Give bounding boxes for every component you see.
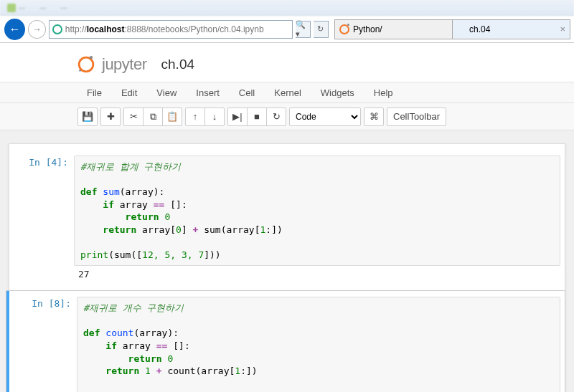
jupyter-page: jupyter ch.04 File Edit View Insert Cell… bbox=[0, 43, 574, 392]
add-cell-button[interactable]: ✚ bbox=[100, 107, 121, 126]
menu-file[interactable]: File bbox=[77, 83, 111, 102]
interrupt-button[interactable]: ■ bbox=[247, 107, 267, 126]
close-icon[interactable]: × bbox=[560, 24, 565, 34]
jupyter-header: jupyter ch.04 bbox=[0, 43, 574, 82]
command-palette-button[interactable]: ⌘ bbox=[364, 107, 384, 126]
os-titlebar: ··· ··· ··· bbox=[0, 0, 574, 16]
celltype-select[interactable]: Code bbox=[289, 107, 361, 126]
menu-insert[interactable]: Insert bbox=[187, 83, 229, 102]
jupyter-icon bbox=[76, 54, 96, 75]
notebook-container: In [4]: #재귀로 합계 구현하기 def sum(array): if … bbox=[9, 143, 565, 392]
tab-label: Python/ bbox=[353, 24, 382, 34]
menu-edit[interactable]: Edit bbox=[112, 83, 146, 102]
copy-button[interactable]: ⧉ bbox=[143, 107, 163, 126]
move-up-button[interactable]: ↑ bbox=[185, 107, 205, 126]
menu-help[interactable]: Help bbox=[364, 83, 403, 102]
cell-body: #재귀로 합계 구현하기 def sum(array): if array ==… bbox=[74, 151, 560, 290]
ie-icon bbox=[457, 25, 466, 34]
forward-button[interactable]: → bbox=[28, 20, 46, 39]
run-button[interactable]: ▶| bbox=[227, 107, 248, 126]
menu-kernel[interactable]: Kernel bbox=[265, 83, 311, 102]
notebook-area: In [4]: #재귀로 합계 구현하기 def sum(array): if … bbox=[0, 130, 574, 392]
toolbar: 💾 ✚ ✂ ⧉ 📋 ↑ ↓ ▶| ■ ↻ Code ⌘ CellToolbar bbox=[0, 103, 574, 130]
svg-point-0 bbox=[79, 57, 93, 72]
tab-label: ch.04 bbox=[469, 24, 490, 34]
browser-tabs: Python/ ch.04 × bbox=[334, 19, 570, 39]
tab-python-dir[interactable]: Python/ bbox=[334, 19, 453, 39]
paste-button[interactable]: 📋 bbox=[162, 107, 182, 126]
svg-point-2 bbox=[79, 70, 81, 72]
restart-button[interactable]: ↻ bbox=[266, 107, 286, 126]
cut-button[interactable]: ✂ bbox=[123, 107, 144, 126]
menubar: File Edit View Insert Cell Kernel Widget… bbox=[0, 82, 574, 103]
refresh-button[interactable]: ↻ bbox=[314, 21, 329, 38]
address-bar[interactable]: http://localhost:8888/notebooks/Python/c… bbox=[49, 20, 293, 39]
tab-ch04[interactable]: ch.04 × bbox=[452, 19, 570, 39]
code-cell[interactable]: In [8]: #재귀로 개수 구현하기 def count(array): i… bbox=[6, 291, 565, 392]
save-button[interactable]: 💾 bbox=[77, 107, 98, 126]
back-button[interactable]: ← bbox=[4, 19, 25, 40]
browser-toolbar: ← → http://localhost:8888/notebooks/Pyth… bbox=[0, 16, 574, 43]
output-area: 27 bbox=[74, 266, 560, 285]
code-cell[interactable]: In [4]: #재귀로 합계 구현하기 def sum(array): if … bbox=[9, 150, 565, 291]
code-input[interactable]: #재귀로 개수 구현하기 def count(array): if array … bbox=[77, 297, 560, 392]
notebook-name[interactable]: ch.04 bbox=[161, 57, 194, 72]
cell-body: #재귀로 개수 구현하기 def count(array): if array … bbox=[77, 292, 560, 392]
input-prompt: In [4]: bbox=[9, 151, 74, 290]
url-text: http://localhost:8888/notebooks/Python/c… bbox=[65, 24, 264, 34]
jupyter-icon bbox=[339, 24, 349, 34]
input-prompt: In [8]: bbox=[12, 292, 77, 392]
menu-cell[interactable]: Cell bbox=[230, 83, 264, 102]
ie-icon bbox=[52, 24, 62, 34]
logo-text: jupyter bbox=[102, 55, 147, 74]
menu-view[interactable]: View bbox=[147, 83, 186, 102]
svg-point-1 bbox=[90, 56, 93, 59]
celltoolbar-button[interactable]: CellToolbar bbox=[387, 107, 446, 126]
menu-widgets[interactable]: Widgets bbox=[311, 83, 364, 102]
search-dropdown[interactable]: 🔍 ▾ bbox=[296, 21, 311, 38]
jupyter-logo[interactable]: jupyter bbox=[76, 54, 147, 75]
move-down-button[interactable]: ↓ bbox=[204, 107, 225, 126]
code-input[interactable]: #재귀로 합계 구현하기 def sum(array): if array ==… bbox=[74, 156, 560, 266]
